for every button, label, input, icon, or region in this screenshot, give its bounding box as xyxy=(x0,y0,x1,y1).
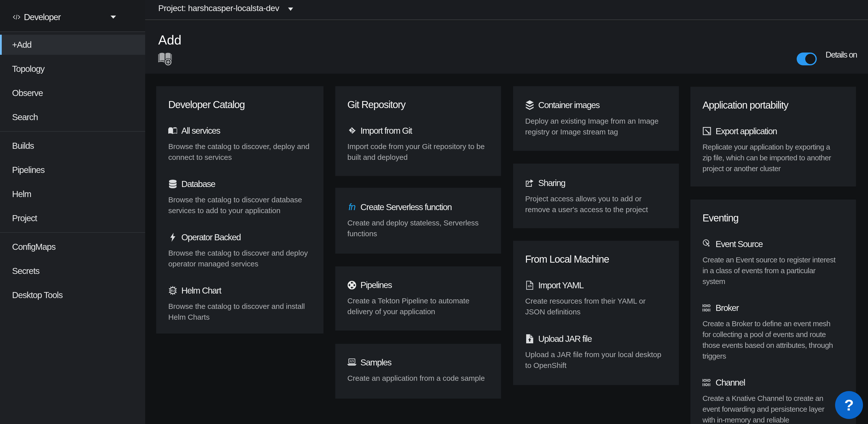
svg-text:HELM: HELM xyxy=(169,289,176,292)
